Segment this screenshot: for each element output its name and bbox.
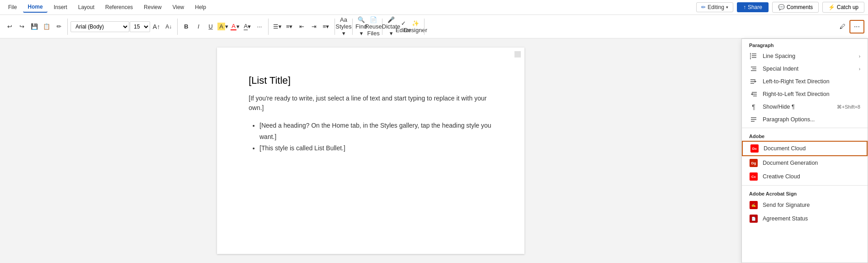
paragraph-options-item[interactable]: Paragraph Options... — [742, 113, 868, 126]
pencil-icon: ✏ — [701, 4, 706, 10]
eraser-button[interactable]: ✏ — [53, 21, 65, 33]
styles-button[interactable]: Aa Styles ▾ — [338, 21, 349, 33]
comments-button[interactable]: 💬 Comments — [772, 2, 819, 13]
more-format-button[interactable]: ··· — [254, 21, 265, 33]
redo-button[interactable]: ↪ — [16, 21, 28, 33]
increase-indent-button[interactable]: ⇥ — [308, 21, 320, 33]
font-family-selector[interactable]: Arial (Body) — [71, 21, 129, 32]
doc-title: [List Title] — [249, 75, 493, 86]
document-cloud-icon: Dc — [750, 144, 759, 153]
more-options-button[interactable]: ··· — [849, 20, 864, 33]
underline-button[interactable]: U — [205, 21, 217, 33]
highlight-button[interactable]: A▾ — [217, 21, 229, 33]
menu-references[interactable]: References — [101, 2, 137, 12]
send-signature-icon: ✍ — [749, 201, 758, 209]
ribbon: ↩ ↪ 💾 📋 ✏ Arial (Body) 15 A↑ A↓ B I U A▾… — [0, 15, 868, 38]
draw-group: 🖊 — [837, 21, 849, 33]
font-effects-button[interactable]: A▾ — [241, 21, 253, 33]
document-area: [List Title] [If you're ready to write, … — [0, 38, 741, 263]
sep2 — [177, 19, 178, 35]
acrobat-sign-section-header: Adobe Acrobat Sign — [742, 187, 868, 198]
catchup-icon: ⚡ — [828, 4, 835, 10]
clipboard-button[interactable]: 📋 — [41, 21, 52, 33]
ltr-direction-label: Left-to-Right Text Direction — [763, 78, 830, 85]
voice-group: 🎤 Dictate ▾ ✓ Editor ✨ Designer — [385, 21, 421, 33]
align-button[interactable]: ≡▾ — [320, 21, 332, 33]
divider1 — [742, 128, 868, 128]
sep3 — [268, 19, 269, 35]
sep1 — [67, 19, 68, 35]
doc-list: [Need a heading? On the Home tab, in the… — [249, 120, 493, 154]
creative-cloud-label: Creative Cloud — [763, 173, 800, 180]
divider2 — [742, 185, 868, 186]
sep7 — [424, 19, 425, 35]
line-spacing-icon — [749, 53, 758, 60]
reuse-files-button[interactable]: 📄 Reuse Files — [368, 21, 379, 33]
chevron-right-icon: › — [859, 67, 860, 72]
menu-file[interactable]: File — [4, 2, 21, 12]
menu-home[interactable]: Home — [23, 2, 47, 13]
share-button[interactable]: ↑ Share — [737, 2, 769, 12]
line-spacing-label: Line Spacing — [763, 53, 795, 59]
find-group: 🔍 Find ▾ 📄 Reuse Files — [355, 21, 379, 33]
menu-view[interactable]: View — [168, 2, 189, 12]
special-indent-icon — [749, 65, 758, 72]
document-page: [List Title] [If you're ready to write, … — [217, 48, 524, 254]
rtl-direction-item[interactable]: Right-to-Left Text Direction — [742, 88, 868, 100]
comment-icon: 💬 — [778, 4, 785, 10]
para-options-icon — [749, 116, 758, 123]
ltr-icon — [749, 78, 758, 85]
designer-button[interactable]: ✨ Designer — [410, 21, 421, 33]
undo-button[interactable]: ↩ — [4, 21, 15, 33]
numbered-list-button[interactable]: ≡▾ — [283, 21, 295, 33]
save-button[interactable]: 💾 — [28, 21, 40, 33]
document-generation-item[interactable]: Dg Document Generation — [742, 156, 868, 170]
dropdown-menu: Paragraph Line Spacing › — [741, 38, 868, 263]
highlight-draw-button[interactable]: 🖊 — [837, 21, 849, 33]
undo-redo-group: ↩ ↪ — [4, 21, 28, 33]
special-indent-item[interactable]: Special Indent › — [742, 62, 868, 75]
send-signature-item[interactable]: ✍ Send for Signature — [742, 198, 868, 212]
list-item: [Need a heading? On the Home tab, in the… — [259, 120, 493, 143]
list-group: ☰▾ ≡▾ ⇤ ⇥ ≡▾ — [271, 21, 332, 33]
menu-help[interactable]: Help — [190, 2, 211, 12]
paragraph-options-label: Paragraph Options... — [763, 116, 815, 123]
save-group: 💾 📋 ✏ — [28, 21, 65, 33]
agreement-status-icon: 📄 — [749, 215, 758, 223]
rtl-icon — [749, 91, 758, 98]
italic-button[interactable]: I — [193, 21, 204, 33]
bullet-list-button[interactable]: ☰▾ — [271, 21, 283, 33]
font-color-button[interactable]: A▾ — [229, 21, 241, 33]
catchup-button[interactable]: ⚡ Catch up — [822, 2, 864, 13]
agreement-status-item[interactable]: 📄 Agreement Status — [742, 212, 868, 225]
menu-layout[interactable]: Layout — [74, 2, 99, 12]
document-cloud-item[interactable]: Dc Document Cloud — [742, 141, 868, 156]
chevron-down-icon: ▾ — [726, 5, 728, 10]
chevron-right-icon: › — [859, 54, 860, 59]
ltr-direction-item[interactable]: Left-to-Right Text Direction — [742, 75, 868, 88]
format-group: B I U A▾ A▾ A▾ ··· — [180, 21, 265, 33]
creative-cloud-icon: Cc — [749, 172, 758, 181]
menu-review[interactable]: Review — [139, 2, 166, 12]
font-shrink-button[interactable]: A↓ — [163, 21, 175, 33]
font-grow-button[interactable]: A↑ — [151, 21, 162, 33]
document-cloud-label: Document Cloud — [764, 145, 806, 152]
creative-cloud-item[interactable]: Cc Creative Cloud — [742, 170, 868, 183]
font-size-selector[interactable]: 15 — [130, 21, 150, 32]
document-generation-label: Document Generation — [763, 160, 818, 166]
title-bar-actions: ✏ Editing ▾ ↑ Share 💬 Comments ⚡ Catch u… — [696, 2, 868, 13]
agreement-status-label: Agreement Status — [763, 215, 808, 222]
show-hide-shortcut: ⌘+Shift+8 — [837, 104, 860, 110]
show-hide-item[interactable]: ¶ Show/Hide ¶ ⌘+Shift+8 — [742, 100, 868, 113]
menu-insert[interactable]: Insert — [49, 2, 72, 12]
special-indent-label: Special Indent — [763, 66, 798, 72]
line-spacing-item[interactable]: Line Spacing › — [742, 50, 868, 62]
adobe-section-header: Adobe — [742, 130, 868, 141]
main-area: [List Title] [If you're ready to write, … — [0, 38, 868, 263]
editing-button[interactable]: ✏ Editing ▾ — [696, 2, 733, 12]
sep4 — [335, 19, 335, 35]
bold-button[interactable]: B — [180, 21, 192, 33]
doc-subtitle: [If you're ready to write, just select a… — [249, 94, 493, 113]
title-bar: File Home Insert Layout References Revie… — [0, 0, 868, 15]
decrease-indent-button[interactable]: ⇤ — [296, 21, 307, 33]
